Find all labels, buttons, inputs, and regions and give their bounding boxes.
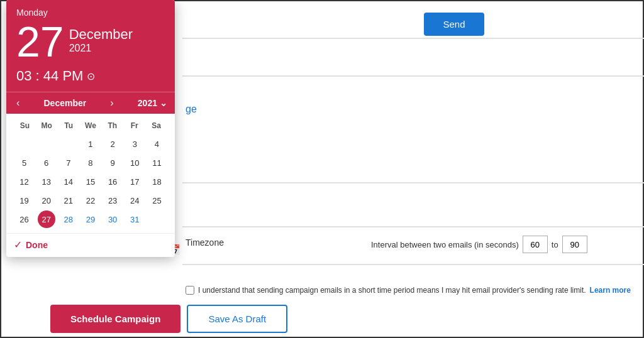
weekday-su: Su: [14, 119, 36, 133]
interval-to-label: to: [552, 240, 558, 249]
weekday-th: Th: [101, 119, 123, 133]
calendar-nav-year-area: 2021 ⌄: [138, 98, 167, 108]
calendar-day[interactable]: 14: [60, 173, 77, 190]
calendar-time-text: 03 : 44 PM: [16, 68, 83, 84]
divider-4: [182, 226, 644, 227]
year-dropdown-icon[interactable]: ⌄: [160, 98, 167, 108]
learn-more-link[interactable]: Learn more: [590, 286, 631, 295]
interval-to-input[interactable]: [562, 236, 587, 253]
calendar-day[interactable]: 15: [82, 173, 99, 190]
divider-5: [182, 264, 644, 265]
calendar-day[interactable]: 13: [38, 173, 55, 190]
calendar-day[interactable]: 22: [82, 192, 99, 209]
calendar-days-grid: 1234567891011121314151617181920212223242…: [14, 135, 167, 228]
calendar-day-name: Monday: [16, 8, 165, 18]
interval-label-text: Interval between two emails (in seconds): [371, 240, 519, 249]
calendar-day: [148, 210, 165, 228]
calendar-day[interactable]: 16: [104, 173, 121, 190]
calendar-month-text: December: [69, 26, 133, 43]
disclaimer-checkbox[interactable]: [186, 286, 194, 295]
calendar-day[interactable]: 10: [126, 154, 143, 172]
calendar-nav-month: December: [43, 98, 86, 108]
calendar-weekdays: Su Mo Tu We Th Fr Sa: [14, 119, 167, 133]
calendar-day[interactable]: 2: [104, 135, 121, 153]
calendar-day[interactable]: 20: [38, 192, 55, 209]
disclaimer-row: I understand that sending campaign email…: [186, 286, 635, 295]
calendar-day[interactable]: 30: [104, 210, 121, 228]
calendar-day[interactable]: 7: [60, 154, 77, 172]
prev-month-button[interactable]: ‹: [14, 97, 22, 109]
calendar-day[interactable]: 27: [38, 210, 55, 228]
calendar-day[interactable]: 29: [82, 210, 99, 228]
calendar-day[interactable]: 28: [60, 210, 77, 228]
calendar-navigation: ‹ December › 2021 ⌄: [6, 92, 175, 114]
clock-icon: ⊙: [87, 70, 95, 82]
divider-1: [182, 38, 644, 39]
calendar-time-row: 03 : 44 PM ⊙: [16, 68, 165, 84]
calendar-day[interactable]: 23: [104, 192, 121, 209]
calendar-day[interactable]: 1: [82, 135, 99, 153]
divider-2: [182, 75, 644, 77]
calendar-day[interactable]: 31: [126, 210, 143, 228]
calendar-date-number: 27: [16, 20, 64, 63]
calendar-day[interactable]: 26: [16, 210, 33, 228]
calendar-overlay: Monday 27 December 2021 03 : 44 PM ⊙ ‹ D…: [6, 0, 175, 257]
calendar-day[interactable]: 9: [104, 154, 121, 172]
schedule-campaign-button[interactable]: Schedule Campaign: [50, 305, 180, 333]
calendar-date-row: 27 December 2021: [16, 20, 165, 63]
calendar-day[interactable]: 3: [126, 135, 143, 153]
disclaimer-text: I understand that sending campaign email…: [198, 286, 586, 295]
calendar-day[interactable]: 4: [148, 135, 165, 153]
calendar-day: [16, 135, 33, 153]
calendar-done-row: ✓ Done: [6, 233, 175, 257]
weekday-mo: Mo: [36, 119, 58, 133]
next-month-button[interactable]: ›: [108, 97, 116, 109]
timezone-label: Timezone: [186, 237, 224, 248]
interval-from-input[interactable]: [523, 236, 548, 253]
calendar-day[interactable]: 25: [148, 192, 165, 209]
divider-3: [182, 182, 644, 183]
save-as-draft-button[interactable]: Save As Draft: [187, 305, 287, 333]
calendar-day[interactable]: 24: [126, 192, 143, 209]
page-text-fragment: ge: [186, 104, 197, 115]
calendar-month-year: December 2021: [69, 20, 133, 54]
done-checkmark-icon: ✓: [14, 239, 22, 251]
calendar-day[interactable]: 11: [148, 154, 165, 172]
calendar-day: [38, 135, 55, 153]
calendar-day[interactable]: 12: [16, 173, 33, 190]
calendar-year-text: 2021: [69, 43, 133, 54]
calendar-day[interactable]: 21: [60, 192, 77, 209]
done-button[interactable]: Done: [26, 240, 48, 250]
calendar-body: Su Mo Tu We Th Fr Sa 1234567891011121314…: [6, 114, 175, 233]
weekday-we: We: [80, 119, 102, 133]
calendar-day[interactable]: 19: [16, 192, 33, 209]
calendar-day[interactable]: 6: [38, 154, 55, 172]
calendar-nav-year-text: 2021: [138, 98, 157, 108]
calendar-header: Monday 27 December 2021 03 : 44 PM ⊙: [6, 0, 175, 92]
send-button[interactable]: Send: [424, 13, 484, 36]
weekday-sa: Sa: [145, 119, 167, 133]
calendar-day[interactable]: 5: [16, 154, 33, 172]
calendar-day: [60, 135, 77, 153]
calendar-day[interactable]: 8: [82, 154, 99, 172]
send-button-area: Send: [264, 6, 644, 42]
weekday-tu: Tu: [58, 119, 80, 133]
calendar-day[interactable]: 17: [126, 173, 143, 190]
interval-section: Interval between two emails (in seconds)…: [371, 236, 587, 253]
bottom-buttons-area: Schedule Campaign Save As Draft: [50, 305, 287, 333]
weekday-fr: Fr: [123, 119, 145, 133]
calendar-day[interactable]: 18: [148, 173, 165, 190]
